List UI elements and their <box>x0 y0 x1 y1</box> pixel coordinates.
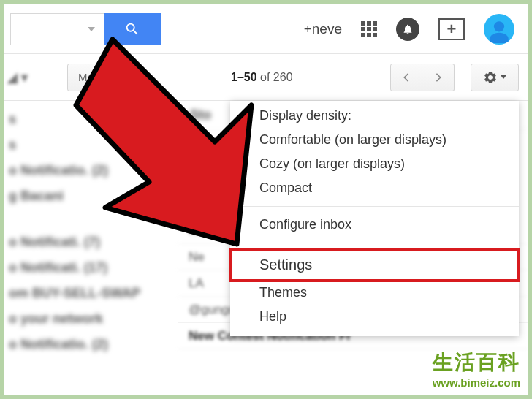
share-button[interactable]: + <box>438 18 465 40</box>
settings-menu-item[interactable]: Settings <box>230 249 519 281</box>
apps-grid-icon[interactable] <box>361 21 377 37</box>
prev-page-button[interactable] <box>390 64 422 91</box>
search-icon <box>124 21 140 37</box>
help-menu-item[interactable]: Help <box>230 305 519 329</box>
sidebar-item[interactable]: g Bacani <box>4 183 178 209</box>
themes-menu-item[interactable]: Themes <box>230 281 519 305</box>
dropdown-separator <box>230 243 519 243</box>
sidebar-item[interactable]: s <box>4 107 178 132</box>
chevron-right-icon <box>434 72 443 83</box>
svg-point-0 <box>494 21 504 31</box>
density-header: Display density: <box>230 101 519 128</box>
account-avatar[interactable] <box>484 14 514 45</box>
search-dropdown[interactable] <box>10 13 104 45</box>
more-button[interactable]: More <box>67 64 123 91</box>
settings-dropdown: Display density: Comfortable (on larger … <box>230 101 519 336</box>
more-label: More <box>78 71 103 83</box>
settings-gear-button[interactable] <box>471 64 519 91</box>
watermark-url: www.bimeiz.com <box>433 376 520 389</box>
configure-inbox[interactable]: Configure inbox <box>230 213 519 237</box>
sidebar: s s o Notificatio. (2) g Bacani o Notifi… <box>4 101 178 395</box>
sidebar-item[interactable]: om BUY-SELL-SWAP <box>4 281 178 306</box>
pagination-count: 1–50 of 260 <box>231 71 293 84</box>
count-of: of <box>260 71 270 83</box>
density-cozy[interactable]: Cozy (on larger displays) <box>230 152 519 176</box>
toolbar-left-blur: ◢ ▾ <box>4 69 67 86</box>
watermark-text: 生活百科 <box>433 349 520 376</box>
gear-icon <box>483 70 498 85</box>
header-bar: +neve + <box>4 4 528 54</box>
sidebar-item[interactable]: o Notificatio. (2) <box>4 332 178 357</box>
caret-down-icon <box>88 27 95 31</box>
count-range: 1–50 <box>231 71 257 83</box>
caret-down-icon <box>107 75 113 79</box>
chevron-left-icon <box>402 72 411 83</box>
sidebar-item[interactable]: o Notificati. (7) <box>4 229 178 255</box>
sidebar-item[interactable]: o Notificati. (17) <box>4 255 178 281</box>
person-icon <box>487 17 512 45</box>
density-compact[interactable]: Compact <box>230 176 519 200</box>
sidebar-item[interactable]: o Notificatio. (2) <box>4 158 178 183</box>
search-button[interactable] <box>104 13 161 45</box>
count-total: 260 <box>273 71 293 83</box>
notifications-button[interactable] <box>396 18 419 41</box>
app-frame: +neve + ◢ ▾ More 1–50 of 260 <box>4 4 528 395</box>
google-plus-link[interactable]: +neve <box>304 21 342 37</box>
density-comfortable[interactable]: Comfortable (on larger displays) <box>230 128 519 152</box>
toolbar: ◢ ▾ More 1–50 of 260 <box>4 54 528 101</box>
sidebar-item[interactable]: s <box>4 132 178 158</box>
plus-icon: + <box>447 21 457 37</box>
caret-down-icon <box>501 75 506 79</box>
sidebar-item[interactable]: o your network <box>4 306 178 332</box>
watermark: 生活百科 www.bimeiz.com <box>433 349 520 389</box>
next-page-button[interactable] <box>422 64 455 91</box>
bell-icon <box>402 23 414 35</box>
dropdown-separator <box>230 206 519 207</box>
